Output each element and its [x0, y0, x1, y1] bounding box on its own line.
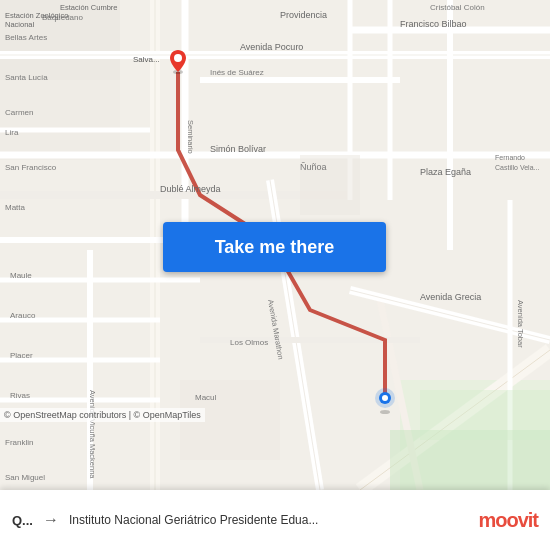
- svg-text:Providencia: Providencia: [280, 10, 327, 20]
- moovit-logo-text: moovit: [478, 509, 538, 532]
- svg-text:Plaza Egaña: Plaza Egaña: [420, 167, 471, 177]
- svg-text:Avenida Pocuro: Avenida Pocuro: [240, 42, 303, 52]
- origin-label: Q...: [12, 513, 33, 528]
- svg-text:Carmen: Carmen: [5, 108, 33, 117]
- svg-text:Ñuñoa: Ñuñoa: [300, 162, 327, 172]
- moovit-logo: moovit: [478, 509, 538, 532]
- svg-text:San Miguel: San Miguel: [5, 473, 45, 482]
- svg-text:Avenida Vicuña Mackenna: Avenida Vicuña Mackenna: [88, 390, 97, 479]
- svg-text:Nacional: Nacional: [5, 20, 35, 29]
- svg-text:Los Olmos: Los Olmos: [230, 338, 268, 347]
- destination-label: Instituto Nacional Geriátrico Presidente…: [69, 513, 468, 527]
- svg-text:Rivas: Rivas: [10, 391, 30, 400]
- svg-rect-2: [0, 80, 120, 160]
- svg-text:Castillo Vela...: Castillo Vela...: [495, 164, 539, 171]
- svg-text:Estación Zoológico: Estación Zoológico: [5, 11, 68, 20]
- svg-text:Estación Cumbre: Estación Cumbre: [60, 3, 118, 12]
- svg-text:Salva...: Salva...: [133, 55, 160, 64]
- svg-text:Inés de Suárez: Inés de Suárez: [210, 68, 264, 77]
- svg-text:Simón Bolívar: Simón Bolívar: [210, 144, 266, 154]
- svg-text:Fernando: Fernando: [495, 154, 525, 161]
- svg-text:Avenida Grecia: Avenida Grecia: [420, 292, 481, 302]
- svg-text:Arauco: Arauco: [10, 311, 36, 320]
- svg-text:Cristóbal Colón: Cristóbal Colón: [430, 3, 485, 12]
- map-container: Avenida Pocuro Francisco Bilbao Inés de …: [0, 0, 550, 490]
- osm-credit: © OpenStreetMap contributors | © OpenMap…: [0, 408, 205, 422]
- svg-text:Santa Lucía: Santa Lucía: [5, 73, 48, 82]
- svg-text:Francisco Bilbao: Francisco Bilbao: [400, 19, 467, 29]
- svg-text:Bellas Artes: Bellas Artes: [5, 33, 47, 42]
- svg-text:San Francisco: San Francisco: [5, 163, 57, 172]
- svg-text:Dublé Almeyda: Dublé Almeyda: [160, 184, 221, 194]
- arrow-icon: →: [43, 511, 59, 529]
- svg-text:Lira: Lira: [5, 128, 19, 137]
- svg-point-76: [382, 395, 388, 401]
- svg-text:Maule: Maule: [10, 271, 32, 280]
- svg-text:Franklin: Franklin: [5, 438, 33, 447]
- svg-text:Avenida Tobar: Avenida Tobar: [516, 300, 525, 348]
- svg-point-72: [174, 54, 182, 62]
- bottom-bar: Q... → Instituto Nacional Geriátrico Pre…: [0, 490, 550, 550]
- take-me-there-button[interactable]: Take me there: [163, 222, 386, 272]
- svg-text:Seminario: Seminario: [186, 120, 195, 154]
- svg-text:Matta: Matta: [5, 203, 26, 212]
- svg-text:Macul: Macul: [195, 393, 217, 402]
- svg-rect-35: [420, 390, 550, 440]
- svg-point-73: [380, 410, 390, 414]
- svg-text:Placer: Placer: [10, 351, 33, 360]
